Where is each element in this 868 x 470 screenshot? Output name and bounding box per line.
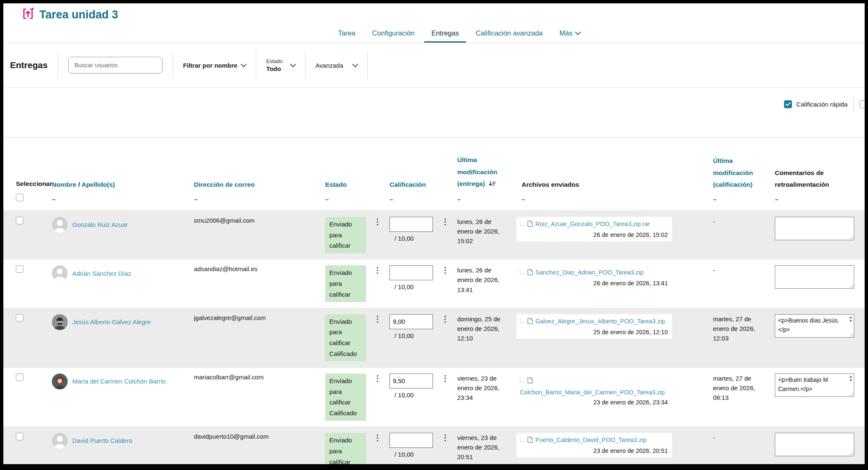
divider bbox=[367, 51, 368, 79]
file-icon bbox=[527, 377, 533, 386]
sort-last-modified-grade-link[interactable]: Última modificación (calificación) bbox=[713, 157, 753, 188]
sort-email-link[interactable]: Dirección de correo bbox=[194, 181, 255, 188]
col-header-email: Dirección de correo − bbox=[187, 137, 318, 211]
tab-tarea[interactable]: Tarea bbox=[331, 24, 362, 43]
feedback-comment-box[interactable] bbox=[775, 265, 854, 289]
scroll-up-icon: ▲ bbox=[849, 375, 853, 379]
student-email: jgalvezalegre@gmail.com bbox=[187, 308, 318, 367]
file-link[interactable]: Ruiz_Azuar_Gonzalo_POO_Tarea3.zip.rar bbox=[535, 220, 650, 228]
resize-handle-icon[interactable] bbox=[849, 235, 853, 239]
status-menu-icon[interactable]: ⋮ bbox=[371, 433, 384, 442]
textarea-scrollbar[interactable]: ▲ ▼ bbox=[849, 375, 853, 382]
filter-by-name-dropdown[interactable]: Filtrar por nombre bbox=[183, 62, 246, 69]
collapse-column-link[interactable]: − bbox=[457, 194, 513, 206]
grade-menu-icon[interactable]: ⋮ bbox=[439, 433, 452, 442]
quick-grading-checkbox[interactable] bbox=[784, 100, 792, 108]
tab-mas[interactable]: Más bbox=[552, 24, 587, 43]
row-select-checkbox[interactable] bbox=[16, 433, 23, 440]
avatar[interactable] bbox=[52, 217, 68, 233]
assignment-icon bbox=[22, 8, 34, 22]
table-row: María del Carmen Colchón Barrio mariacol… bbox=[3, 367, 865, 427]
sort-desc-icon[interactable] bbox=[489, 179, 496, 191]
grade-menu-icon[interactable]: ⋮ bbox=[439, 265, 452, 275]
row-select-checkbox[interactable] bbox=[16, 373, 23, 381]
sort-lastname-link[interactable]: Apellido(s) bbox=[81, 181, 115, 188]
last-modified-submission: viernes, 23 de enero de 2026, 20:51 bbox=[457, 427, 517, 470]
tab-calificacion-avanzada[interactable]: Calificación avanzada bbox=[468, 24, 550, 43]
sort-grade-link[interactable]: Calificación bbox=[389, 181, 426, 188]
grade-input[interactable] bbox=[389, 314, 433, 329]
feedback-comment-box[interactable] bbox=[775, 217, 854, 240]
file-link[interactable]: Galvez_Alegre_Jesus_Alberto_POO_Tarea3.z… bbox=[535, 317, 665, 325]
student-name-link[interactable]: Jesús Alberto Gálvez Alegre bbox=[72, 318, 151, 325]
collapse-column-link[interactable]: − bbox=[713, 194, 771, 206]
grade-input[interactable] bbox=[389, 373, 433, 389]
submissions-table: Seleccionar Nombre / Apellido(s) − Direc… bbox=[3, 137, 865, 470]
feedback-comment-box[interactable]: <p>Buenos días Jesús.</p> ▲ ▼ bbox=[775, 314, 854, 338]
student-name-link[interactable]: Adrián Sánchez Díaz bbox=[72, 270, 131, 277]
select-all-checkbox[interactable] bbox=[16, 194, 23, 201]
file-link[interactable]: Colchon_Barrio_Maria_del_Carmen_POO_Tare… bbox=[520, 388, 665, 396]
chevron-down-icon bbox=[290, 61, 296, 67]
status-menu-icon[interactable]: ⋮ bbox=[371, 373, 384, 383]
sort-status-link[interactable]: Estado bbox=[325, 181, 347, 188]
avatar[interactable] bbox=[52, 314, 68, 330]
tree-elbow-icon bbox=[520, 269, 525, 274]
grade-out-of: / 10,00 bbox=[395, 451, 435, 458]
collapse-column-link[interactable]: − bbox=[775, 194, 861, 206]
resize-handle-icon[interactable] bbox=[849, 451, 853, 455]
last-modified-grade: martes, 27 de enero de 2026, 12:03 bbox=[713, 308, 775, 367]
student-email: smu2006@gmail.com bbox=[187, 211, 318, 259]
row-select-checkbox[interactable] bbox=[16, 217, 23, 224]
page-title: Tarea unidad 3 bbox=[39, 8, 118, 21]
student-email: adsandiaz@hotmail.es bbox=[187, 259, 318, 308]
secondary-option-checkbox[interactable] bbox=[860, 100, 868, 108]
col-header-status: Estado − bbox=[318, 137, 371, 211]
table-row: David Puerto Caldero davidpuerto10@gmail… bbox=[3, 427, 865, 470]
file-date: 26 de enero de 2026, 15:02 bbox=[520, 231, 668, 238]
status-menu-icon[interactable]: ⋮ bbox=[371, 265, 384, 275]
status-filter-dropdown[interactable]: Estado Todo bbox=[266, 58, 295, 72]
grade-menu-icon[interactable]: ⋮ bbox=[439, 314, 452, 324]
col-header-select: Seleccionar bbox=[3, 137, 45, 211]
collapse-column-link[interactable]: − bbox=[325, 194, 368, 206]
advanced-dropdown[interactable]: Avanzada bbox=[316, 62, 357, 69]
avatar[interactable] bbox=[52, 373, 68, 389]
student-name-link[interactable]: María del Carmen Colchón Barrio bbox=[72, 378, 165, 385]
avatar[interactable] bbox=[52, 265, 68, 281]
collapse-column-link[interactable]: − bbox=[194, 194, 314, 206]
grade-input[interactable] bbox=[389, 265, 433, 280]
collapse-column-link[interactable]: − bbox=[52, 194, 184, 206]
scroll-down-icon: ▼ bbox=[849, 379, 853, 382]
file-link[interactable]: Sanchez_Diaz_Adrian_POO_Tarea3.zip bbox=[535, 268, 644, 277]
collapse-column-link[interactable]: − bbox=[522, 194, 710, 206]
file-date: 23 de enero de 2026, 20:51 bbox=[520, 447, 668, 454]
student-name-link[interactable]: David Puerto Caldero bbox=[72, 437, 132, 444]
table-header-row: Seleccionar Nombre / Apellido(s) − Direc… bbox=[3, 137, 865, 211]
file-link[interactable]: Puerto_Calderto_David_POO_Tarea3.zip bbox=[535, 436, 647, 444]
tab-entregas[interactable]: Entregas bbox=[424, 24, 466, 43]
sort-firstname-link[interactable]: Nombre bbox=[52, 181, 76, 188]
avatar[interactable] bbox=[52, 433, 68, 449]
tab-configuracion[interactable]: Configuración bbox=[365, 24, 422, 43]
grade-input[interactable] bbox=[389, 217, 433, 232]
collapse-column-link[interactable]: − bbox=[389, 194, 435, 206]
status-badge: Enviado para calificarCalificado bbox=[325, 314, 366, 361]
student-name-link[interactable]: Gonzalo Ruiz Azuar bbox=[72, 221, 128, 228]
row-select-checkbox[interactable] bbox=[16, 265, 23, 273]
last-modified-submission: lunes, 26 de enero de 2026, 13:41 bbox=[457, 259, 517, 308]
grade-menu-icon[interactable]: ⋮ bbox=[439, 373, 452, 383]
grade-out-of: / 10,00 bbox=[395, 391, 435, 399]
grade-menu-icon[interactable]: ⋮ bbox=[439, 217, 452, 226]
col-header-files: Archivos enviados − bbox=[517, 137, 713, 211]
status-menu-icon[interactable]: ⋮ bbox=[371, 314, 384, 324]
grade-input[interactable] bbox=[389, 433, 433, 448]
row-select-checkbox[interactable] bbox=[16, 314, 23, 322]
textarea-scrollbar[interactable]: ▲ ▼ bbox=[849, 315, 853, 323]
quick-grading-row: Calificación rápida bbox=[3, 97, 865, 111]
feedback-comment-box[interactable]: <p>Buen trabajo M Carmen.</p> ▲ ▼ bbox=[775, 373, 854, 397]
search-input[interactable] bbox=[68, 57, 163, 74]
resize-handle-icon[interactable] bbox=[849, 283, 853, 288]
status-menu-icon[interactable]: ⋮ bbox=[371, 217, 384, 226]
feedback-comment-box[interactable] bbox=[775, 433, 854, 456]
